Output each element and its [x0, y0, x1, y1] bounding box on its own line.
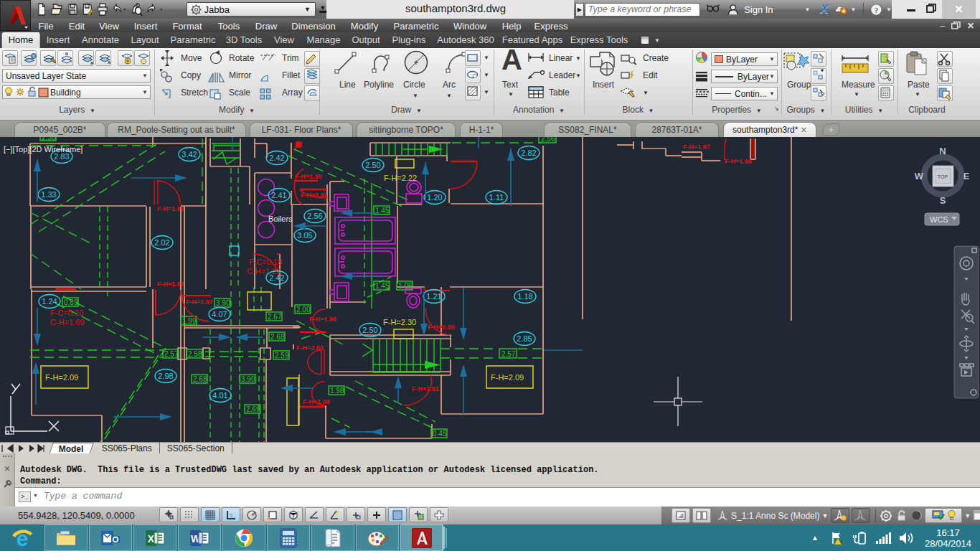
svg-text:3.90: 3.90: [216, 299, 230, 307]
svg-text:F-H=2.00: F-H=2.00: [428, 324, 455, 331]
svg-text:S: S: [940, 195, 946, 206]
svg-text:E: E: [963, 171, 970, 182]
svg-text:4.01: 4.01: [212, 391, 227, 400]
svg-text:0.89: 0.89: [64, 298, 78, 306]
svg-text:2.58: 2.58: [188, 350, 202, 358]
svg-text:2.98: 2.98: [158, 372, 173, 380]
svg-text:?: ?: [875, 5, 878, 14]
svg-text:F-H=1.97: F-H=1.97: [186, 298, 213, 306]
svg-text:2.42: 2.42: [269, 154, 284, 162]
svg-text:3.90: 3.90: [241, 375, 255, 383]
svg-text:1.21: 1.21: [426, 292, 441, 301]
svg-text:2.68: 2.68: [193, 375, 207, 383]
svg-text:1.24: 1.24: [42, 297, 57, 306]
svg-text:3.05: 3.05: [297, 231, 312, 240]
svg-text:N: N: [939, 146, 946, 156]
svg-text:TOP: TOP: [938, 174, 948, 179]
svg-text:3.42: 3.42: [182, 150, 197, 159]
svg-text:1.98: 1.98: [330, 387, 344, 395]
svg-text:WCS: WCS: [930, 215, 948, 224]
svg-text:F-H=1.97: F-H=1.97: [157, 205, 184, 212]
svg-text:2.85: 2.85: [517, 334, 532, 343]
svg-text:2.56: 2.56: [307, 212, 322, 220]
svg-text:F-H=1.96: F-H=1.96: [725, 158, 752, 165]
svg-text:F-H=2.30: F-H=2.30: [383, 318, 416, 326]
svg-text:1.33: 1.33: [41, 190, 56, 199]
svg-text:2.38: 2.38: [42, 137, 56, 141]
svg-text:F-H=1.97: F-H=1.97: [683, 143, 710, 151]
svg-text:2.41: 2.41: [271, 191, 286, 199]
svg-text:1.18: 1.18: [517, 292, 532, 301]
svg-text:F-H=1.09: F-H=1.09: [303, 398, 330, 405]
svg-text:W: W: [915, 171, 924, 182]
svg-text:F-H=2.09: F-H=2.09: [45, 373, 78, 382]
svg-text:2.50: 2.50: [365, 161, 380, 169]
svg-text:X: X: [148, 533, 155, 545]
svg-text:2.42: 2.42: [269, 273, 284, 282]
svg-text:F-H=1.97: F-H=1.97: [157, 281, 184, 288]
svg-text:F-H=2.09: F-H=2.09: [491, 373, 524, 382]
svg-text:C-H=1.69: C-H=1.69: [50, 318, 84, 326]
svg-text:1.20: 1.20: [427, 193, 442, 202]
svg-text:F-C=0.10: F-C=0.10: [50, 309, 83, 317]
svg-text:F-C=0.13: F-C=0.13: [249, 258, 282, 266]
svg-text:2.56: 2.56: [541, 137, 555, 143]
svg-text:2.68: 2.68: [270, 333, 285, 341]
svg-text:F-H=1.98: F-H=1.98: [301, 192, 328, 199]
svg-text:2.02: 2.02: [154, 238, 169, 247]
svg-text:2.57: 2.57: [164, 350, 179, 358]
svg-text:F-H=1.91: F-H=1.91: [412, 385, 439, 392]
svg-text:Boilers: Boilers: [268, 215, 293, 223]
svg-text:F-H=2.00: F-H=2.00: [296, 344, 324, 352]
svg-text:2.57: 2.57: [501, 350, 516, 358]
svg-text:4.07: 4.07: [212, 310, 227, 319]
svg-text:!: !: [841, 539, 843, 545]
svg-text:2.82: 2.82: [521, 149, 536, 157]
svg-text:2.00: 2.00: [296, 306, 311, 314]
svg-text:2.59: 2.59: [275, 352, 289, 359]
svg-text:2.67: 2.67: [268, 313, 282, 321]
svg-text:0.45: 0.45: [433, 430, 447, 438]
svg-text:1.11: 1.11: [489, 193, 504, 202]
svg-text:1.45: 1.45: [375, 282, 390, 290]
svg-text:2.69: 2.69: [246, 405, 260, 413]
svg-text:[−][Top][2D Wireframe]: [−][Top][2D Wireframe]: [4, 145, 83, 154]
svg-text:2.50: 2.50: [362, 326, 377, 334]
svg-text:F-H=1.96: F-H=1.96: [309, 316, 336, 323]
svg-text:F-H=2.22: F-H=2.22: [384, 174, 417, 182]
svg-text:1.99: 1.99: [182, 317, 197, 325]
svg-text:F-H=1.95: F-H=1.95: [295, 173, 322, 180]
